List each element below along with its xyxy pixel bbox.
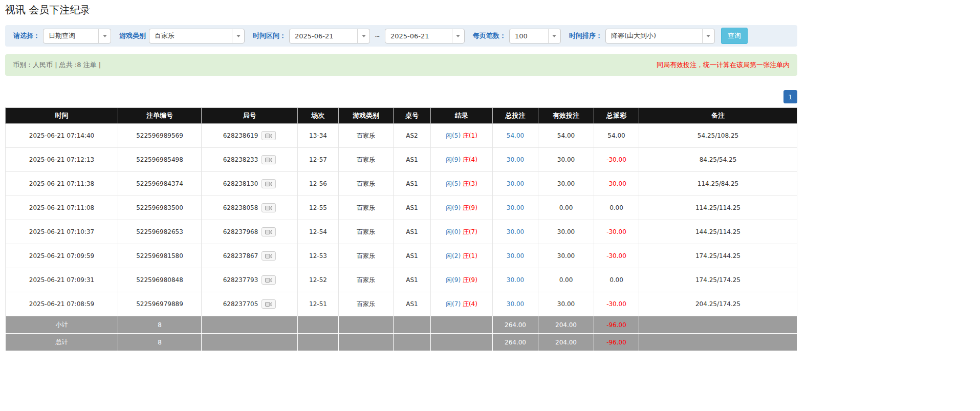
page-button-1[interactable]: 1 [783, 90, 797, 103]
cell-time: 2025-06-21 07:08:59 [6, 292, 118, 316]
video-replay-button[interactable] [262, 227, 276, 236]
video-camera-icon [265, 181, 272, 187]
cell-valid-bet: 30.00 [538, 244, 594, 268]
video-replay-button[interactable] [262, 155, 276, 164]
video-camera-icon [265, 157, 272, 163]
search-button[interactable]: 查询 [721, 28, 748, 44]
total-bet-link[interactable]: 30.00 [507, 276, 524, 284]
total-bet-link[interactable]: 30.00 [507, 228, 524, 235]
cell-result: 闲(5) 庄(1) [431, 124, 493, 148]
query-type-select[interactable]: 日期查询 [43, 29, 111, 44]
video-camera-icon [265, 133, 272, 139]
total-bet-link[interactable]: 30.00 [507, 204, 524, 211]
col-header-valid-bet: 有效投注 [538, 108, 594, 124]
cell-table-no: AS1 [394, 196, 431, 220]
cell-total-bet: 30.00 [493, 244, 538, 268]
cell-round-id: 628238233 [202, 148, 298, 172]
cell-payout: -30.00 [594, 148, 639, 172]
query-type-label: 请选择： [13, 31, 40, 40]
table-row: 2025-06-21 07:11:38522596984374628238130… [6, 172, 797, 196]
total-bet-link[interactable]: 54.00 [507, 132, 524, 139]
round-id-text: 628238058 [223, 204, 258, 211]
video-camera-icon [265, 205, 272, 211]
cell-game-type: 百家乐 [339, 268, 394, 292]
date-to-select[interactable]: 2025-06-21 [385, 29, 465, 44]
page-title: 视讯 会员下注纪录 [5, 3, 797, 17]
cell-result: 闲(5) 庄(3) [431, 172, 493, 196]
date-range-separator: ~ [375, 32, 380, 40]
table-row: 2025-06-21 07:11:08522596983500628238058… [6, 196, 797, 220]
cell-result: 闲(7) 庄(4) [431, 292, 493, 316]
game-type-label: 游戏类别 [119, 31, 146, 40]
cell-time: 2025-06-21 07:09:31 [6, 268, 118, 292]
result-player: 闲(9) [446, 276, 461, 284]
cell-result: 闲(2) 庄(1) [431, 244, 493, 268]
cell-time: 2025-06-21 07:10:37 [6, 220, 118, 244]
page-size-select[interactable]: 100 [509, 29, 561, 44]
summary-bar: 币别：人民币 | 总共 :8 注单 | 同局有效投注，统一计算在该局第一张注单内 [5, 54, 797, 76]
col-header-result: 结果 [431, 108, 493, 124]
cell-game-type: 百家乐 [339, 196, 394, 220]
video-replay-button[interactable] [262, 131, 276, 140]
video-replay-button[interactable] [262, 203, 276, 212]
round-id-text: 628238233 [223, 156, 258, 163]
cell-table-no: AS1 [394, 244, 431, 268]
game-type-select[interactable]: 百家乐 [149, 29, 245, 44]
result-player: 闲(9) [446, 204, 461, 211]
cell-note: 174.25/174.25 [639, 268, 797, 292]
video-replay-button[interactable] [262, 179, 276, 188]
caret-down-icon [452, 29, 464, 43]
page-size-label: 每页笔数： [473, 31, 506, 40]
video-camera-icon [265, 253, 272, 259]
cell-total-bet: 30.00 [493, 220, 538, 244]
table-header-row: 时间 注单编号 局号 场次 游戏类别 桌号 结果 总投注 有效投注 总派彩 备注 [6, 108, 797, 124]
cell-table-no: AS1 [394, 292, 431, 316]
subtotal-note [639, 316, 797, 334]
filter-bar: 请选择： 日期查询 游戏类别 百家乐 时间区间： 2025-06-21 ~ 20… [5, 25, 797, 47]
result-player: 闲(2) [446, 252, 461, 259]
cell-session: 12-55 [298, 196, 339, 220]
cell-table-no: AS1 [394, 268, 431, 292]
cell-table-no: AS2 [394, 124, 431, 148]
cell-total-bet: 30.00 [493, 196, 538, 220]
cell-total-bet: 30.00 [493, 148, 538, 172]
cell-payout: -30.00 [594, 220, 639, 244]
subtotal-empty [339, 316, 394, 334]
total-empty [298, 334, 339, 351]
table-body: 2025-06-21 07:14:40522596989569628238619… [6, 124, 797, 316]
total-count: 8 [118, 334, 202, 351]
result-banker: 庄(1) [463, 252, 477, 259]
subtotal-empty [298, 316, 339, 334]
total-row: 总计 8 264.00 204.00 -96.00 [6, 334, 797, 351]
video-replay-button[interactable] [262, 275, 276, 285]
subtotal-empty [394, 316, 431, 334]
total-bet-link[interactable]: 30.00 [507, 180, 524, 187]
cell-payout: 0.00 [594, 268, 639, 292]
result-banker: 庄(9) [463, 204, 477, 211]
cell-session: 12-52 [298, 268, 339, 292]
total-empty [339, 334, 394, 351]
date-from-value: 2025-06-21 [290, 32, 339, 40]
video-camera-icon [265, 229, 272, 235]
result-player: 闲(9) [446, 156, 461, 163]
sort-order-select[interactable]: 降幂(由大到小) [605, 29, 715, 44]
subtotal-label: 小计 [6, 316, 118, 334]
cell-note: 204.25/174.25 [639, 292, 797, 316]
video-replay-button[interactable] [262, 251, 276, 261]
subtotal-count: 8 [118, 316, 202, 334]
cell-result: 闲(9) 庄(9) [431, 268, 493, 292]
video-replay-button[interactable] [262, 299, 276, 309]
total-bet-link[interactable]: 30.00 [507, 252, 524, 259]
total-bet-link[interactable]: 30.00 [507, 300, 524, 308]
cell-game-type: 百家乐 [339, 244, 394, 268]
date-from-select[interactable]: 2025-06-21 [289, 29, 370, 44]
cell-time: 2025-06-21 07:11:38 [6, 172, 118, 196]
total-bet-link[interactable]: 30.00 [507, 156, 524, 163]
table-row: 2025-06-21 07:12:13522596985498628238233… [6, 148, 797, 172]
result-player: 闲(7) [446, 300, 461, 308]
round-id-text: 628238130 [223, 180, 258, 187]
cell-bet-id: 522596980848 [118, 268, 202, 292]
cell-payout: 0.00 [594, 196, 639, 220]
caret-down-icon [232, 29, 244, 43]
cell-session: 12-53 [298, 244, 339, 268]
